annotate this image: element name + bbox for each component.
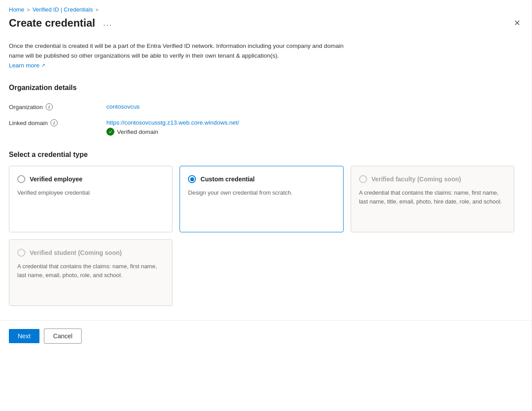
card-header-custom: Custom credential xyxy=(188,175,335,183)
card-header-verified-student: Verified student (Coming soon) xyxy=(17,249,164,257)
organization-link[interactable]: contosovcus xyxy=(106,103,140,110)
breadcrumb-separator-1: > xyxy=(27,7,30,12)
credential-grid-row2: Verified student (Coming soon) A credent… xyxy=(9,239,514,306)
verified-check-icon: ✓ xyxy=(106,128,114,136)
organization-label-text: Organization xyxy=(9,104,43,110)
close-button[interactable]: ✕ xyxy=(511,16,523,31)
credential-type-heading: Select a credential type xyxy=(0,140,532,166)
organization-row: Organization i contosovcus xyxy=(9,99,523,115)
breadcrumb-credentials[interactable]: Verified ID | Credentials xyxy=(32,6,93,13)
organization-label: Organization i xyxy=(9,103,106,110)
card-desc-custom: Design your own credential from scratch. xyxy=(188,188,335,197)
card-header-verified-faculty: Verified faculty (Coming soon) xyxy=(359,175,506,183)
linked-domain-row: Linked domain i https://contosovcusstg.z… xyxy=(9,115,523,140)
organization-info-icon[interactable]: i xyxy=(46,103,53,110)
page-header: Create credential ... ✕ xyxy=(0,13,532,31)
linked-domain-label: Linked domain i xyxy=(9,119,106,126)
next-button[interactable]: Next xyxy=(9,329,39,343)
header-left: Create credential ... xyxy=(9,17,116,30)
learn-more-label: Learn more xyxy=(9,62,39,69)
linked-domain-label-text: Linked domain xyxy=(9,120,48,126)
credential-grid-row1: Verified employee Verified employee cred… xyxy=(9,166,514,232)
card-desc-verified-student: A credential that contains the claims: n… xyxy=(17,262,164,279)
external-link-icon: ↗ xyxy=(41,63,45,68)
card-header-verified-employee: Verified employee xyxy=(17,175,164,183)
verified-domain-text: Verified domain xyxy=(117,129,158,135)
credential-card-custom[interactable]: Custom credential Design your own creden… xyxy=(180,166,343,232)
more-options-button[interactable]: ... xyxy=(100,17,116,30)
page-title: Create credential xyxy=(9,17,95,29)
credential-card-verified-student: Verified student (Coming soon) A credent… xyxy=(9,239,172,306)
credential-card-verified-employee[interactable]: Verified employee Verified employee cred… xyxy=(9,166,172,232)
card-title-verified-student: Verified student (Coming soon) xyxy=(30,249,122,256)
info-section: Once the credential is created it will b… xyxy=(0,31,364,73)
learn-more-link[interactable]: Learn more ↗ xyxy=(9,62,45,69)
footer: Next Cancel xyxy=(0,321,532,352)
credential-card-verified-faculty: Verified faculty (Coming soon) A credent… xyxy=(351,166,514,232)
breadcrumb-home[interactable]: Home xyxy=(9,6,24,13)
organization-value: contosovcus xyxy=(106,103,140,110)
linked-domain-value: https://contosovcusstg.z13.web.core.wind… xyxy=(106,119,239,136)
linked-domain-info-icon[interactable]: i xyxy=(51,119,58,126)
org-details-heading: Organization details xyxy=(0,73,532,99)
card-title-verified-employee: Verified employee xyxy=(30,176,82,183)
radio-verified-faculty xyxy=(359,175,367,183)
org-details-section: Organization i contosovcus Linked domain… xyxy=(0,99,532,140)
card-desc-verified-employee: Verified employee credential xyxy=(17,188,164,197)
info-text: Once the credential is created it will b… xyxy=(9,41,355,60)
breadcrumb: Home > Verified ID | Credentials > xyxy=(0,0,532,13)
radio-verified-employee[interactable] xyxy=(17,175,25,183)
card-title-verified-faculty: Verified faculty (Coming soon) xyxy=(372,176,461,183)
card-title-custom: Custom credential xyxy=(200,176,254,183)
linked-domain-link[interactable]: https://contosovcusstg.z13.web.core.wind… xyxy=(106,119,239,126)
verified-domain-indicator: ✓ Verified domain xyxy=(106,128,239,136)
radio-custom[interactable] xyxy=(188,175,196,183)
credential-type-section: Verified employee Verified employee cred… xyxy=(0,166,532,306)
card-desc-verified-faculty: A credential that contains the claims: n… xyxy=(359,188,506,206)
cancel-button[interactable]: Cancel xyxy=(44,329,82,344)
close-icon: ✕ xyxy=(514,18,520,28)
breadcrumb-separator-2: > xyxy=(95,7,98,12)
radio-verified-student xyxy=(17,249,25,257)
